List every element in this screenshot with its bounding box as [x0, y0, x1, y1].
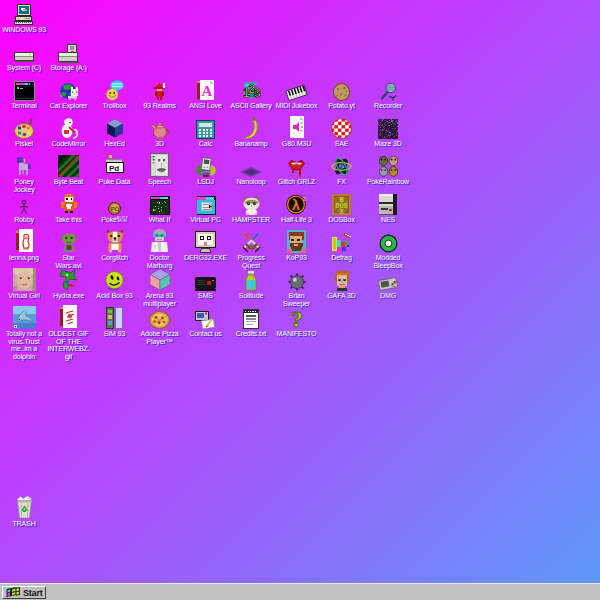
svg-text:3: 3 [254, 86, 261, 100]
svg-text:A: A [201, 83, 212, 99]
svg-text:3: 3 [303, 196, 307, 202]
svg-text:PO: PO [111, 206, 120, 212]
svg-text:λ: λ [292, 197, 300, 213]
svg-text:?: ? [291, 307, 303, 329]
svg-text:Pd: Pd [109, 164, 119, 173]
